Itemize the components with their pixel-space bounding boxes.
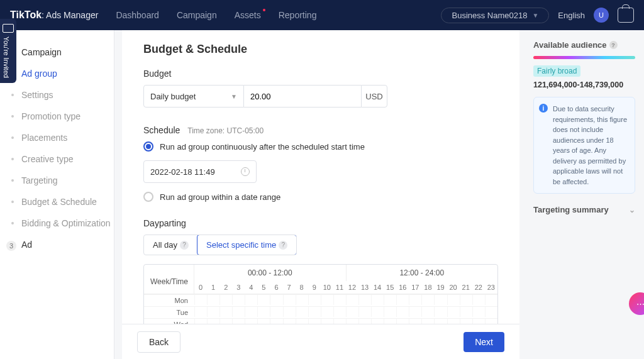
hour-cell[interactable] [447, 307, 460, 317]
hour-cell[interactable] [421, 319, 434, 324]
hour-cell[interactable] [283, 295, 296, 305]
hour-cell[interactable] [232, 307, 245, 317]
hour-cell[interactable] [321, 319, 333, 324]
hour-cell[interactable] [472, 307, 485, 317]
hour-cell[interactable] [245, 307, 257, 317]
hour-cell[interactable] [257, 319, 270, 324]
hour-cell[interactable] [396, 307, 409, 317]
hour-cell[interactable] [434, 319, 447, 324]
tab-specific-time[interactable]: Select specific time ? [197, 235, 297, 255]
hour-cell[interactable] [371, 319, 384, 324]
back-button[interactable]: Back [137, 331, 180, 353]
nav-dashboard[interactable]: Dashboard [116, 10, 159, 20]
user-avatar[interactable]: U [594, 8, 609, 23]
hour-cell[interactable] [296, 307, 308, 317]
sidebar-item-adgroup[interactable]: Ad group [0, 63, 114, 84]
hour-cell[interactable] [270, 319, 282, 324]
content-scroll[interactable]: Budget & Schedule Budget Daily budget ▼ … [122, 30, 519, 324]
hour-cell[interactable] [333, 307, 346, 317]
hour-cell[interactable] [333, 319, 346, 324]
hour-cell[interactable] [257, 295, 270, 305]
hour-cell[interactable] [257, 307, 270, 317]
help-icon[interactable]: ? [609, 41, 618, 49]
hour-cell[interactable] [409, 307, 421, 317]
hour-cell[interactable] [308, 295, 321, 305]
hour-cell[interactable] [219, 319, 232, 324]
hour-cell[interactable] [245, 319, 257, 324]
hour-cell[interactable] [447, 295, 460, 305]
start-date-input[interactable]: 2022-02-18 11:49 [143, 160, 257, 183]
hour-cell[interactable] [245, 295, 257, 305]
radio-daterange[interactable]: Run ad group within a date range [143, 192, 498, 202]
hour-cell[interactable] [219, 295, 232, 305]
targeting-summary-toggle[interactable]: Targeting summary ⌄ [533, 205, 635, 214]
hour-cell[interactable] [409, 319, 421, 324]
hour-cell[interactable] [270, 307, 282, 317]
hour-cell[interactable] [371, 295, 384, 305]
radio-continuous[interactable]: Run ad group continuously after the sche… [143, 141, 498, 152]
hour-cell[interactable] [447, 319, 460, 324]
hour-cell[interactable] [207, 319, 219, 324]
hour-cell[interactable] [358, 319, 371, 324]
hour-cell[interactable] [384, 295, 396, 305]
hour-cell[interactable] [296, 295, 308, 305]
nav-campaign[interactable]: Campaign [177, 10, 217, 20]
sidebar-item-ad[interactable]: 3 Ad [0, 234, 114, 255]
hour-cell[interactable] [409, 295, 421, 305]
hour-cell[interactable] [219, 307, 232, 317]
hour-cell[interactable] [485, 295, 497, 305]
sidebar-item-promotion-type[interactable]: Promotion type [0, 106, 114, 127]
sidebar-item-campaign[interactable]: Campaign [0, 41, 114, 63]
hour-cell[interactable] [460, 295, 472, 305]
hour-cell[interactable] [346, 307, 358, 317]
hour-cell[interactable] [346, 319, 358, 324]
sidebar-item-settings[interactable]: Settings [0, 84, 114, 106]
hour-cell[interactable] [384, 319, 396, 324]
hour-cell[interactable] [296, 319, 308, 324]
hour-cell[interactable] [308, 307, 321, 317]
hour-cell[interactable] [232, 295, 245, 305]
hour-cell[interactable] [485, 307, 497, 317]
hour-cell[interactable] [207, 307, 219, 317]
hour-cell[interactable] [321, 307, 333, 317]
hour-cell[interactable] [321, 295, 333, 305]
hour-cell[interactable] [358, 295, 371, 305]
hour-cell[interactable] [472, 319, 485, 324]
sidebar-item-targeting[interactable]: Targeting [0, 170, 114, 191]
tab-all-day[interactable]: All day ? [144, 235, 197, 255]
hour-cell[interactable] [472, 295, 485, 305]
hour-cell[interactable] [434, 295, 447, 305]
hour-cell[interactable] [485, 319, 497, 324]
invite-tab[interactable]: You're Invited [0, 19, 16, 83]
budget-type-select[interactable]: Daily budget ▼ [143, 85, 244, 108]
language-selector[interactable]: English [558, 11, 585, 20]
hour-cell[interactable] [460, 307, 472, 317]
hour-cell[interactable] [207, 295, 219, 305]
hour-cell[interactable] [396, 319, 409, 324]
hour-cell[interactable] [194, 295, 207, 305]
hour-cell[interactable] [434, 307, 447, 317]
business-selector[interactable]: Business Name0218 ▼ [441, 8, 549, 23]
next-button[interactable]: Next [464, 332, 504, 352]
budget-amount-input[interactable] [250, 92, 355, 101]
hour-cell[interactable] [283, 319, 296, 324]
briefcase-icon[interactable] [618, 8, 634, 23]
hour-cell[interactable] [396, 295, 409, 305]
hour-cell[interactable] [421, 307, 434, 317]
hour-cell[interactable] [194, 307, 207, 317]
sidebar-item-placements[interactable]: Placements [0, 127, 114, 148]
hour-cell[interactable] [421, 295, 434, 305]
hour-cell[interactable] [358, 307, 371, 317]
hour-cell[interactable] [371, 307, 384, 317]
hour-cell[interactable] [232, 319, 245, 324]
nav-reporting[interactable]: Reporting [279, 10, 317, 20]
hour-cell[interactable] [460, 319, 472, 324]
sidebar-item-budget-schedule[interactable]: Budget & Schedule [0, 191, 114, 213]
hour-cell[interactable] [346, 295, 358, 305]
hour-cell[interactable] [384, 307, 396, 317]
sidebar-item-bidding-optimization[interactable]: Bidding & Optimization [0, 213, 114, 234]
hour-cell[interactable] [270, 295, 282, 305]
hour-cell[interactable] [194, 319, 207, 324]
nav-assets[interactable]: Assets [235, 10, 261, 20]
hour-cell[interactable] [308, 319, 321, 324]
